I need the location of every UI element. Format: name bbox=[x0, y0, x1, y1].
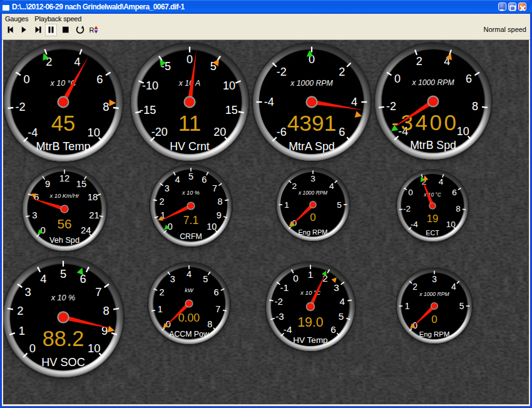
svg-text:0: 0 bbox=[166, 319, 171, 329]
svg-text:0: 0 bbox=[431, 314, 437, 325]
svg-text:1: 1 bbox=[284, 200, 289, 209]
svg-text:0: 0 bbox=[408, 187, 413, 196]
svg-text:3: 3 bbox=[165, 183, 170, 193]
svg-text:-4: -4 bbox=[28, 126, 38, 139]
svg-text:24: 24 bbox=[81, 225, 91, 235]
svg-text:Veh Spd: Veh Spd bbox=[49, 236, 79, 245]
svg-text:4391: 4391 bbox=[287, 110, 336, 135]
svg-text:8: 8 bbox=[217, 196, 222, 206]
svg-text:-2: -2 bbox=[15, 100, 25, 113]
svg-text:Eng RPM: Eng RPM bbox=[419, 330, 450, 338]
svg-text:0: 0 bbox=[394, 73, 401, 85]
svg-text:5: 5 bbox=[60, 267, 66, 280]
svg-text:0: 0 bbox=[187, 53, 193, 66]
svg-text:0: 0 bbox=[24, 73, 30, 86]
svg-text:0: 0 bbox=[293, 273, 299, 283]
svg-text:1: 1 bbox=[19, 324, 25, 337]
svg-text:kW: kW bbox=[185, 287, 194, 293]
svg-text:4: 4 bbox=[187, 268, 192, 278]
svg-text:2: 2 bbox=[159, 196, 164, 206]
svg-text:7: 7 bbox=[212, 183, 217, 193]
svg-text:MtrA Spd: MtrA Spd bbox=[289, 140, 335, 152]
svg-text:10: 10 bbox=[88, 126, 100, 139]
svg-text:4: 4 bbox=[351, 96, 357, 108]
svg-text:-3: -3 bbox=[275, 311, 284, 322]
svg-text:CRFM: CRFM bbox=[180, 232, 202, 240]
svg-text:R: R bbox=[90, 26, 95, 34]
svg-text:1: 1 bbox=[158, 304, 163, 314]
svg-text:x 1000 RPM: x 1000 RPM bbox=[419, 291, 449, 297]
svg-text:10: 10 bbox=[446, 219, 456, 228]
svg-text:0.00: 0.00 bbox=[178, 312, 200, 324]
svg-text:-4: -4 bbox=[411, 219, 418, 228]
svg-text:3: 3 bbox=[32, 210, 37, 220]
svg-text:HV Temp: HV Temp bbox=[293, 335, 327, 345]
svg-text:88.2: 88.2 bbox=[43, 327, 84, 350]
svg-text:6: 6 bbox=[96, 73, 103, 86]
svg-text:-1: -1 bbox=[280, 282, 289, 293]
svg-text:x 1000 RPM: x 1000 RPM bbox=[411, 78, 454, 87]
svg-text:x 10 Km/Hr: x 10 Km/Hr bbox=[49, 192, 80, 199]
svg-text:-20: -20 bbox=[151, 126, 168, 138]
svg-text:18: 18 bbox=[88, 192, 98, 202]
svg-text:MtrB Spd: MtrB Spd bbox=[410, 138, 456, 151]
svg-text:3: 3 bbox=[432, 274, 437, 284]
svg-text:2: 2 bbox=[292, 181, 297, 190]
svg-text:x 10 %: x 10 % bbox=[51, 293, 76, 302]
svg-text:HV Crnt: HV Crnt bbox=[170, 140, 210, 153]
svg-text:6: 6 bbox=[339, 126, 345, 138]
svg-text:19: 19 bbox=[427, 212, 438, 224]
svg-text:x 1000 RPM: x 1000 RPM bbox=[297, 190, 327, 196]
svg-text:4: 4 bbox=[329, 181, 334, 190]
svg-text:20: 20 bbox=[213, 126, 226, 138]
svg-text:5: 5 bbox=[459, 301, 464, 311]
svg-text:4: 4 bbox=[175, 175, 180, 185]
svg-text:-2: -2 bbox=[274, 296, 283, 307]
svg-text:6: 6 bbox=[452, 187, 457, 196]
svg-text:6: 6 bbox=[330, 324, 336, 335]
svg-text:15: 15 bbox=[225, 104, 238, 116]
svg-text:6: 6 bbox=[202, 175, 207, 185]
svg-text:7: 7 bbox=[95, 285, 101, 298]
svg-text:2: 2 bbox=[416, 55, 422, 68]
svg-text:5: 5 bbox=[203, 273, 208, 283]
svg-text:7: 7 bbox=[215, 304, 220, 314]
svg-text:10: 10 bbox=[88, 342, 100, 355]
svg-text:2: 2 bbox=[339, 65, 345, 78]
svg-text:0: 0 bbox=[41, 225, 46, 235]
svg-text:Eng RPM: Eng RPM bbox=[298, 228, 327, 235]
svg-text:9: 9 bbox=[45, 178, 50, 188]
svg-text:1: 1 bbox=[307, 269, 313, 280]
svg-text:15: 15 bbox=[76, 178, 86, 188]
svg-text:4: 4 bbox=[339, 296, 345, 307]
svg-text:10: 10 bbox=[457, 125, 469, 137]
svg-text:8: 8 bbox=[456, 204, 461, 213]
svg-text:-4: -4 bbox=[263, 96, 274, 108]
svg-text:2: 2 bbox=[159, 287, 164, 297]
svg-text:-2: -2 bbox=[276, 65, 286, 78]
svg-text:7.1: 7.1 bbox=[183, 214, 198, 227]
svg-text:11: 11 bbox=[178, 111, 201, 135]
svg-text:6: 6 bbox=[466, 73, 472, 85]
svg-text:5: 5 bbox=[338, 311, 344, 322]
svg-text:HV SOC: HV SOC bbox=[41, 356, 85, 369]
svg-text:-6: -6 bbox=[276, 126, 286, 138]
svg-text:9: 9 bbox=[217, 210, 222, 220]
svg-text:x 1000 RPM: x 1000 RPM bbox=[290, 78, 333, 87]
svg-text:4: 4 bbox=[74, 55, 81, 68]
svg-text:4: 4 bbox=[451, 282, 456, 292]
svg-text:0: 0 bbox=[29, 342, 36, 355]
svg-text:4: 4 bbox=[40, 272, 46, 285]
svg-text:ECT: ECT bbox=[426, 228, 439, 236]
svg-text:8: 8 bbox=[103, 304, 110, 317]
svg-text:12: 12 bbox=[59, 173, 69, 183]
svg-text:-10: -10 bbox=[142, 79, 158, 92]
svg-text:45: 45 bbox=[51, 111, 75, 135]
svg-text:10: 10 bbox=[223, 79, 235, 92]
svg-text:x 10 A: x 10 A bbox=[178, 79, 200, 88]
svg-text:6: 6 bbox=[213, 287, 218, 297]
svg-text:-15: -15 bbox=[140, 104, 156, 116]
svg-text:8: 8 bbox=[207, 319, 212, 329]
svg-text:3: 3 bbox=[310, 173, 315, 183]
svg-text:-2: -2 bbox=[403, 204, 411, 213]
